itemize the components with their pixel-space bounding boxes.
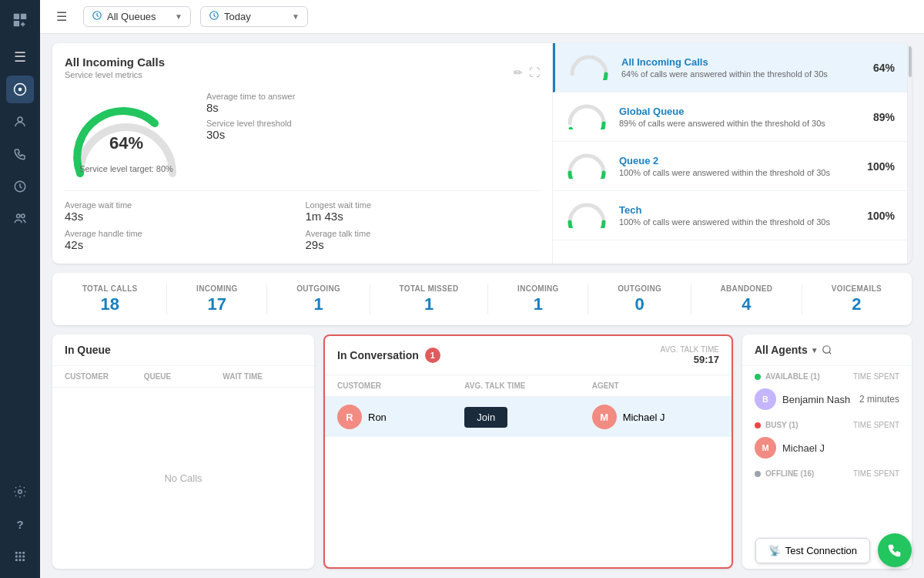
queue-item-pct: 100%	[867, 160, 895, 173]
queue-item-pct: 100%	[867, 210, 895, 222]
stat-divider	[588, 284, 588, 314]
agent-time: 2 minutes	[859, 394, 899, 405]
call-button[interactable]	[878, 533, 912, 567]
threshold-metric: Service level threshold 30s	[206, 119, 295, 141]
sidebar-item-team[interactable]	[6, 205, 34, 233]
test-conn-icon: 📡	[768, 545, 781, 556]
sidebar-item-calls[interactable]	[6, 140, 34, 168]
sidebar-item-apps[interactable]	[6, 543, 34, 570]
status-dot	[755, 422, 761, 428]
agent-name: Benjamin Nash	[782, 394, 853, 405]
agents-header: All Agents ▼	[742, 334, 912, 366]
stat-value: 1	[313, 294, 323, 314]
agent-section: AVAILABLE (1) TIME SPENT B Benjamin Nash…	[742, 366, 912, 415]
agent-row[interactable]: M Michael J	[742, 432, 912, 463]
stat-item: OUTGOING 1	[296, 284, 340, 314]
sidebar-item-menu[interactable]: ☰	[6, 43, 34, 71]
queue-item-name: Global Queue	[619, 106, 862, 117]
agent-section: BUSY (1) TIME SPENT M Michael J	[742, 415, 912, 463]
conv-col-customer: CUSTOMER	[337, 381, 464, 390]
svg-rect-10	[15, 556, 18, 558]
conv-avg: AVG. TALK TIME 59:17	[660, 345, 719, 365]
svg-point-6	[18, 490, 22, 494]
customer-cell: R Ron	[337, 405, 464, 429]
stat-value: 17	[208, 294, 226, 314]
queue-scroll-thumb[interactable]	[909, 46, 912, 77]
queue-item-name: Tech	[619, 204, 856, 216]
queue-list-item[interactable]: Global Queue 89% of calls were answered …	[553, 92, 907, 142]
stat-divider	[691, 284, 691, 314]
time-select-chevron: ▼	[292, 12, 300, 21]
agents-title: All Agents	[755, 344, 808, 356]
time-label: TIME SPENT	[853, 421, 899, 429]
bottom-buttons: 📡 Test Connection	[755, 533, 912, 567]
in-queue-col-queue: QUEUE	[144, 372, 223, 381]
agent-avatar: M	[592, 405, 617, 429]
queue-item-desc: 100% of calls were answered within the t…	[619, 217, 856, 227]
edit-icon[interactable]: ✏	[514, 66, 523, 79]
time-label: TIME SPENT	[853, 469, 899, 478]
queue-list-item[interactable]: Tech 100% of calls were answered within …	[553, 191, 907, 240]
queue-select-label: All Queues	[107, 11, 156, 22]
test-connection-button[interactable]: 📡 Test Connection	[755, 538, 870, 563]
stat-label: TOTAL MISSED	[400, 284, 459, 293]
avg-handle-metric: Average handle time 42s	[65, 229, 300, 251]
queue-item-gauge	[565, 102, 608, 132]
stat-item: INCOMING 17	[196, 284, 238, 314]
stat-item: TOTAL MISSED 1	[400, 284, 459, 314]
svg-rect-7	[15, 552, 18, 554]
avg-talk-metric: Average talk time 29s	[306, 229, 541, 251]
svg-rect-15	[22, 559, 25, 561]
queue-list-item[interactable]: Queue 2 100% of calls were answered with…	[553, 142, 907, 191]
stat-value: 2	[852, 294, 861, 314]
stat-item: VOICEMAILS 2	[832, 284, 882, 314]
agent-section-label: BUSY (1) TIME SPENT	[742, 415, 912, 432]
queue-scrollbar[interactable]	[907, 43, 912, 264]
join-button-cell: Join	[464, 407, 591, 428]
agent-section-label: OFFLINE (16) TIME SPENT	[742, 463, 912, 481]
in-conversation-panel: In Conversation 1 AVG. TALK TIME 59:17 C…	[323, 334, 733, 569]
app-logo	[8, 8, 32, 32]
in-queue-col-wait: WAIT TIME	[223, 372, 302, 381]
stat-divider	[487, 284, 488, 314]
sidebar-item-contacts[interactable]	[6, 108, 34, 136]
conv-row: R Ron Join M Michael J	[325, 397, 732, 437]
sidebar-item-help[interactable]: ?	[6, 510, 34, 538]
stat-divider	[370, 284, 370, 314]
metrics-bottom: Average wait time 43s Longest wait time …	[65, 190, 540, 251]
conv-header: In Conversation 1 AVG. TALK TIME 59:17	[325, 336, 732, 375]
sidebar-item-settings[interactable]	[6, 478, 34, 506]
svg-rect-9	[22, 552, 25, 554]
svg-point-18	[822, 346, 829, 353]
metrics-panel: All Incoming Calls Service level metrics…	[52, 43, 553, 264]
agent-status-label: OFFLINE (16)	[755, 469, 814, 478]
agent-row[interactable]: B Benjamin Nash 2 minutes	[742, 384, 912, 415]
avg-time-metric: Average time to answer 8s	[206, 92, 295, 114]
avg-wait-metric: Average wait time 43s	[65, 200, 300, 223]
join-button[interactable]: Join	[464, 407, 507, 428]
expand-icon[interactable]: ⛶	[529, 66, 540, 79]
menu-button[interactable]: ☰	[49, 5, 74, 29]
svg-rect-8	[19, 552, 22, 554]
queue-item-name: All Incoming Calls	[621, 56, 862, 68]
conv-title: In Conversation	[337, 349, 419, 361]
queue-gauge-svg	[565, 200, 608, 228]
queue-select[interactable]: All Queues ▼	[83, 6, 191, 27]
sidebar-item-clock[interactable]	[6, 173, 34, 200]
queue-gauge-svg	[565, 151, 608, 179]
sidebar-item-dashboard[interactable]	[6, 76, 34, 103]
gauge-row: 64% Service level target: 80% Average ti…	[65, 89, 540, 181]
stat-label: OUTGOING	[618, 284, 661, 293]
queue-item-pct: 64%	[873, 62, 895, 74]
svg-rect-11	[19, 556, 22, 558]
queue-list-item[interactable]: All Incoming Calls 64% of calls were ans…	[553, 43, 907, 92]
time-select[interactable]: Today ▼	[200, 6, 308, 27]
agents-search-button[interactable]	[822, 344, 832, 355]
agents-chevron-icon[interactable]: ▼	[811, 346, 819, 355]
stat-value: 1	[534, 294, 543, 314]
status-dot	[755, 374, 761, 380]
queue-item-desc: 100% of calls were answered within the t…	[619, 168, 856, 177]
stat-label: INCOMING	[517, 284, 559, 293]
content-area: All Incoming Calls Service level metrics…	[40, 34, 924, 578]
stat-label: INCOMING	[196, 284, 238, 293]
